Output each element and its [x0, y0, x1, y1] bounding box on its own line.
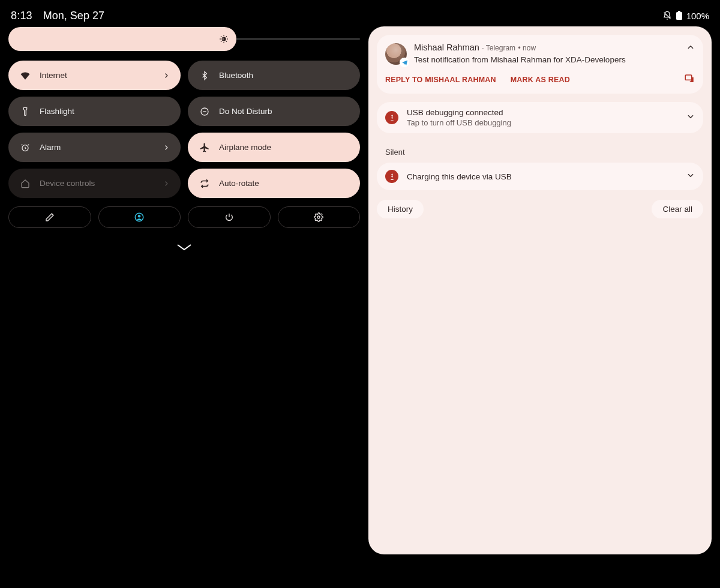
settings-button[interactable] [278, 206, 361, 228]
qs-tile-internet[interactable]: Internet [8, 61, 181, 90]
status-bar: 8:13 Mon, Sep 27 100% [0, 0, 720, 26]
user-switcher-button[interactable] [98, 206, 181, 228]
rotate-icon [199, 178, 211, 190]
battery-icon [676, 11, 683, 20]
brightness-slider[interactable] [8, 27, 360, 51]
qs-tile-grid: Internet Bluetooth Flashlight [8, 61, 360, 198]
system-icon [385, 170, 398, 183]
dnd-icon [662, 11, 672, 20]
svg-rect-1 [678, 11, 680, 13]
history-button[interactable]: History [377, 200, 424, 218]
tile-label: Device controls [40, 179, 95, 188]
home-icon [19, 178, 31, 190]
notification-title: Charging this device via USB [407, 172, 512, 181]
airplane-icon [199, 142, 211, 154]
flashlight-icon [19, 106, 31, 118]
tile-label: Alarm [40, 143, 61, 152]
reply-action[interactable]: REPLY TO MISHAAL RAHMAN [385, 76, 496, 84]
svg-rect-0 [676, 12, 682, 20]
qs-tile-device-controls[interactable]: Device controls [8, 169, 181, 198]
chevron-up-icon[interactable] [686, 43, 695, 54]
clear-all-button[interactable]: Clear all [652, 200, 703, 218]
notification-subtitle: Tap to turn off USB debugging [407, 118, 511, 127]
notification-conversation[interactable]: Mishaal Rahman · Telegram • now Test not… [377, 35, 703, 94]
battery-percent: 100% [686, 11, 709, 21]
silent-section-label: Silent [385, 148, 701, 157]
telegram-badge-icon [400, 58, 409, 67]
mark-read-action[interactable]: MARK AS READ [511, 76, 570, 84]
quick-settings-panel: Internet Bluetooth Flashlight [8, 26, 360, 252]
bluetooth-icon [199, 70, 211, 82]
tile-label: Airplane mode [219, 143, 271, 152]
svg-rect-8 [685, 75, 692, 80]
bubble-icon[interactable] [684, 73, 695, 86]
qs-tile-bluetooth[interactable]: Bluetooth [188, 61, 360, 90]
notification-usb-debugging[interactable]: USB debugging connected Tap to turn off … [377, 102, 703, 133]
tile-label: Auto-rotate [219, 179, 259, 188]
notification-time: now [523, 44, 536, 52]
qs-tile-dnd[interactable]: Do Not Disturb [188, 97, 360, 126]
notification-body: Test notification from Mishaal Rahman fo… [414, 55, 686, 64]
status-date: Mon, Sep 27 [43, 10, 104, 22]
notification-app: Telegram [486, 44, 515, 52]
chevron-right-icon [163, 180, 170, 187]
chevron-down-icon[interactable] [686, 171, 695, 182]
notification-shade: Mishaal Rahman · Telegram • now Test not… [368, 26, 712, 554]
chevron-right-icon [163, 72, 170, 79]
chevron-right-icon [163, 144, 170, 151]
dnd-icon [199, 106, 211, 118]
tile-label: Do Not Disturb [219, 107, 272, 116]
notification-sender: Mishaal Rahman [414, 43, 479, 52]
avatar [385, 43, 407, 65]
qs-tile-autorotate[interactable]: Auto-rotate [188, 169, 360, 198]
qs-tile-flashlight[interactable]: Flashlight [8, 97, 181, 126]
tile-label: Flashlight [40, 107, 74, 116]
tile-label: Bluetooth [219, 71, 253, 80]
svg-point-7 [317, 216, 320, 218]
qs-tile-airplane[interactable]: Airplane mode [188, 133, 360, 162]
edit-button[interactable] [8, 206, 91, 228]
system-icon [385, 111, 398, 124]
brightness-icon [218, 34, 229, 44]
wifi-icon [19, 70, 31, 82]
svg-point-6 [138, 215, 141, 218]
chevron-down-icon[interactable] [686, 112, 695, 123]
status-time: 8:13 [11, 10, 32, 22]
tile-label: Internet [40, 71, 67, 80]
power-button[interactable] [188, 206, 271, 228]
qs-footer-buttons [8, 206, 360, 228]
qs-tile-alarm[interactable]: Alarm [8, 133, 181, 162]
notification-charging[interactable]: Charging this device via USB [377, 163, 703, 190]
expand-qs-button[interactable] [8, 244, 360, 252]
alarm-icon [19, 142, 31, 154]
notification-title: USB debugging connected [407, 108, 511, 117]
